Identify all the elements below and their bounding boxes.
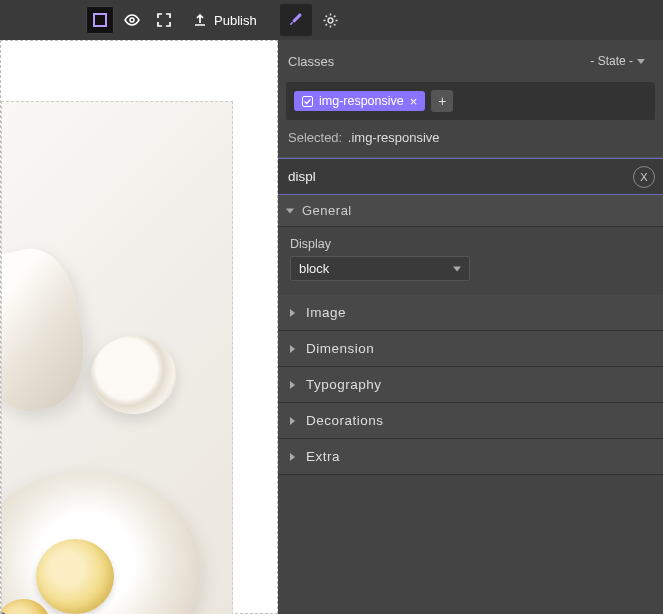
chevron-right-icon (290, 417, 295, 425)
svg-point-1 (130, 18, 134, 22)
gear-icon (322, 12, 339, 29)
display-property-value: block (299, 261, 329, 276)
publish-label: Publish (214, 13, 257, 28)
lemon-shape (36, 539, 114, 614)
image-placeholder (1, 101, 233, 614)
section-extra-title: Extra (306, 449, 340, 464)
canvas-area[interactable] (0, 40, 278, 614)
section-decorations-title: Decorations (306, 413, 384, 428)
section-decorations-header[interactable]: Decorations (278, 403, 663, 439)
check-icon (302, 96, 313, 107)
section-image-header[interactable]: Image (278, 295, 663, 331)
fullscreen-icon (156, 12, 172, 28)
chevron-right-icon (290, 345, 295, 353)
class-chip-label: img-responsive (319, 94, 404, 108)
chevron-down-icon (286, 208, 294, 213)
section-image-title: Image (306, 305, 346, 320)
settings-tab-button[interactable] (316, 6, 344, 34)
fullscreen-button[interactable] (150, 6, 178, 34)
svg-rect-0 (94, 14, 106, 26)
selected-indicator: Selected: .img-responsive (278, 120, 663, 158)
classes-header: Classes - State - (278, 40, 663, 82)
class-chip-container: img-responsive × + (286, 82, 655, 120)
pitcher-shape (1, 241, 96, 420)
toolbar-left-group: Publish (86, 6, 265, 34)
outline-toggle-button[interactable] (86, 6, 114, 34)
chevron-down-icon (453, 266, 461, 271)
upload-icon (192, 12, 208, 28)
section-extra-header[interactable]: Extra (278, 439, 663, 475)
cup-shape (91, 336, 176, 414)
chevron-right-icon (290, 381, 295, 389)
add-class-button[interactable]: + (431, 90, 453, 112)
state-label: - State - (590, 54, 633, 68)
display-property-select[interactable]: block (290, 256, 470, 281)
eye-icon (123, 11, 141, 29)
preview-button[interactable] (118, 6, 146, 34)
selected-value: .img-responsive (348, 130, 440, 145)
svg-rect-3 (303, 96, 313, 106)
remove-class-icon[interactable]: × (410, 95, 418, 108)
style-panel: Classes - State - img-responsive × + Sel… (278, 40, 663, 614)
chevron-down-icon (637, 59, 645, 64)
class-chip[interactable]: img-responsive × (294, 91, 425, 111)
toolbar-right-group (280, 4, 344, 36)
close-icon: X (640, 171, 647, 183)
top-toolbar: Publish (0, 0, 663, 40)
section-typography-header[interactable]: Typography (278, 367, 663, 403)
selected-label: Selected: (288, 130, 342, 145)
svg-point-2 (328, 18, 333, 23)
section-general-header[interactable]: General (278, 195, 663, 227)
main-area: Classes - State - img-responsive × + Sel… (0, 40, 663, 614)
section-general-title: General (302, 203, 352, 218)
plus-icon: + (438, 93, 446, 109)
display-property-label: Display (290, 237, 651, 251)
section-dimension-title: Dimension (306, 341, 374, 356)
section-dimension-header[interactable]: Dimension (278, 331, 663, 367)
search-row: X (278, 158, 663, 195)
canvas-inner (0, 40, 278, 614)
clear-search-button[interactable]: X (633, 166, 655, 188)
section-typography-title: Typography (306, 377, 382, 392)
classes-title: Classes (288, 54, 334, 69)
state-dropdown[interactable]: - State - (584, 50, 651, 72)
square-outline-icon (92, 12, 108, 28)
selected-image[interactable] (1, 101, 233, 614)
property-search-input[interactable] (278, 159, 663, 194)
styles-tab-button[interactable] (280, 4, 312, 36)
section-general-body: Display block (278, 227, 663, 295)
brush-icon (287, 11, 305, 29)
chevron-right-icon (290, 309, 295, 317)
chevron-right-icon (290, 453, 295, 461)
publish-button[interactable]: Publish (184, 8, 265, 32)
